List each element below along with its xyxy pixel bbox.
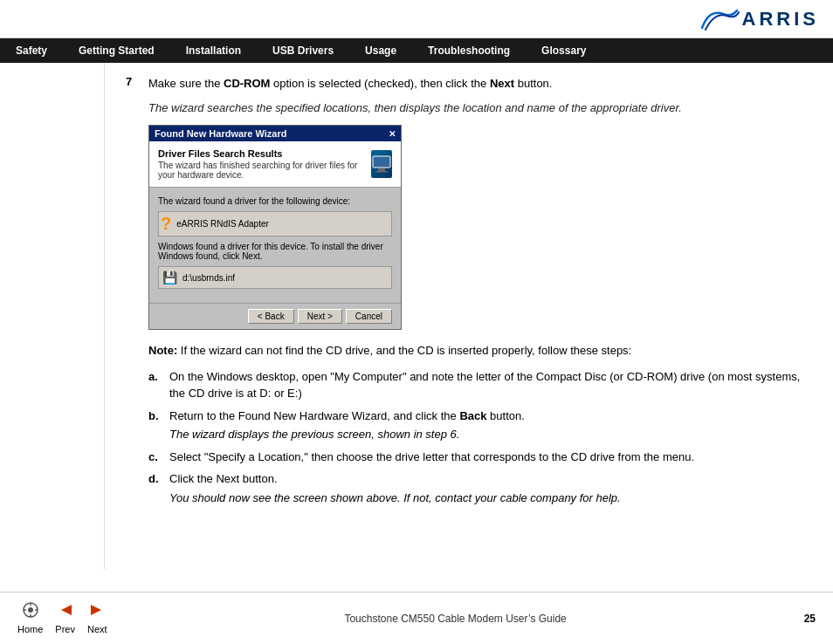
footer-home[interactable]: Home: [17, 602, 43, 634]
footer-home-label: Home: [17, 624, 43, 634]
content-area: 7 Make sure the CD-ROM option is selecte…: [105, 63, 833, 569]
dialog-body: Driver Files Search Results The wizard h…: [149, 141, 401, 329]
substep-d-text: Click the Next button. You should now se…: [169, 470, 812, 506]
substep-b: b. Return to the Found New Hardware Wiza…: [148, 408, 812, 443]
svg-marker-10: [91, 605, 101, 615]
note-label: Note:: [148, 344, 177, 357]
dialog-buttons: < Back Next > Cancel: [149, 303, 401, 329]
note-text: If the wizard can not find the CD drive,…: [177, 344, 631, 357]
footer-page-number: 25: [804, 613, 816, 625]
dialog-body-line1: The wizard found a driver for the follow…: [158, 196, 392, 206]
svg-rect-1: [378, 168, 385, 171]
nav-item-glossary[interactable]: Glossary: [526, 38, 602, 63]
dialog-back-button[interactable]: < Back: [248, 309, 294, 324]
page-footer: Home Prev Next Touchstone CM550 Cable Mo…: [0, 592, 833, 644]
step-7-italic-note: The wizard searches the specified locati…: [148, 99, 812, 117]
substep-a-text: On the Windows desktop, open "My Compute…: [169, 368, 812, 402]
arris-logo-text: ARRIS: [742, 8, 819, 31]
substep-b-text: Return to the Found New Hardware Wizard,…: [169, 408, 812, 443]
nav-item-safety[interactable]: Safety: [0, 38, 63, 63]
note-block: Note: If the wizard can not find the CD …: [148, 342, 812, 360]
dialog-inner: The wizard found a driver for the follow…: [149, 188, 401, 303]
footer-prev-label: Prev: [55, 624, 75, 634]
substep-a: a. On the Windows desktop, open "My Comp…: [148, 368, 812, 402]
substep-d-label: d.: [148, 470, 162, 506]
dialog-close-icon: ✕: [389, 129, 396, 139]
substep-c: c. Select "Specify a Location," then cho…: [148, 449, 812, 466]
main-content: 7 Make sure the CD-ROM option is selecte…: [0, 63, 833, 569]
home-icon: [21, 602, 40, 622]
substep-c-text: Select "Specify a Location," then choose…: [169, 449, 812, 466]
arris-swoosh-icon: [699, 7, 740, 31]
dialog-driver-path: d:\usbrnds.inf: [182, 273, 235, 283]
nav-item-usage[interactable]: Usage: [349, 38, 412, 63]
dialog-body-line2: Windows found a driver for this device. …: [158, 242, 392, 261]
dialog-titlebar: Found New Hardware Wizard ✕: [149, 126, 401, 141]
dialog-device-name: eARRIS RNdIS Adapter: [176, 219, 269, 229]
floppy-icon: 💾: [162, 271, 177, 284]
windows-dialog: Found New Hardware Wizard ✕ Driver Files…: [148, 125, 402, 330]
dialog-cancel-button[interactable]: Cancel: [346, 309, 392, 324]
navbar: Safety Getting Started Installation USB …: [0, 38, 833, 63]
footer-next-label: Next: [87, 624, 107, 634]
home-svg-icon: [21, 602, 40, 618]
footer-next[interactable]: Next: [87, 602, 107, 634]
dialog-device-row: ? eARRIS RNdIS Adapter: [158, 211, 392, 236]
left-sidebar: [0, 63, 105, 569]
dialog-header-title: Driver Files Search Results: [158, 148, 371, 159]
step-7-bold-next: Next: [490, 77, 514, 90]
footer-prev[interactable]: Prev: [55, 602, 75, 634]
step-7-number: 7: [126, 75, 140, 92]
next-svg-icon: [87, 602, 107, 618]
nav-item-installation[interactable]: Installation: [170, 38, 257, 63]
substep-list: a. On the Windows desktop, open "My Comp…: [148, 368, 812, 507]
substep-c-label: c.: [148, 449, 162, 466]
step-7-text: Make sure the CD-ROM option is selected …: [148, 75, 552, 92]
svg-rect-2: [375, 171, 388, 173]
footer-center-text: Touchstone CM550 Cable Modem User’s Guid…: [107, 613, 804, 625]
prev-icon: [56, 602, 75, 622]
step-7-row: 7 Make sure the CD-ROM option is selecte…: [126, 75, 812, 92]
step-7-bold-cdrom: CD-ROM: [224, 77, 270, 90]
substep-b-italic: The wizard displays the previous screen,…: [169, 426, 812, 443]
prev-svg-icon: [56, 602, 75, 618]
page-header: ARRIS: [0, 0, 833, 38]
substep-b-bold-back: Back: [459, 409, 486, 422]
nav-item-troubleshooting[interactable]: Troubleshooting: [412, 38, 526, 63]
dialog-driver-row: 💾 d:\usbrnds.inf: [158, 266, 392, 289]
nav-item-getting-started[interactable]: Getting Started: [63, 38, 170, 63]
svg-point-4: [28, 607, 33, 613]
dialog-header-left: Driver Files Search Results The wizard h…: [158, 148, 371, 180]
dialog-header-section: Driver Files Search Results The wizard h…: [149, 141, 401, 188]
dialog-header-subtitle: The wizard has finished searching for dr…: [158, 161, 371, 180]
dialog-header-icon: [371, 150, 392, 178]
substep-d: d. Click the Next button. You should now…: [148, 470, 812, 506]
arris-logo: ARRIS: [699, 7, 819, 31]
svg-rect-0: [373, 156, 390, 168]
substep-a-label: a.: [148, 368, 162, 402]
next-icon: [87, 602, 107, 622]
substep-d-italic: You should now see the screen shown abov…: [169, 490, 812, 507]
dialog-next-button[interactable]: Next >: [298, 309, 342, 324]
substep-b-label: b.: [148, 408, 162, 443]
svg-marker-9: [61, 605, 72, 615]
computer-icon: [371, 154, 392, 175]
nav-item-usb-drivers[interactable]: USB Drivers: [257, 38, 349, 63]
footer-nav: Home Prev Next: [17, 602, 107, 634]
dialog-question-icon: ?: [161, 214, 171, 234]
dialog-title: Found New Hardware Wizard: [155, 128, 286, 139]
